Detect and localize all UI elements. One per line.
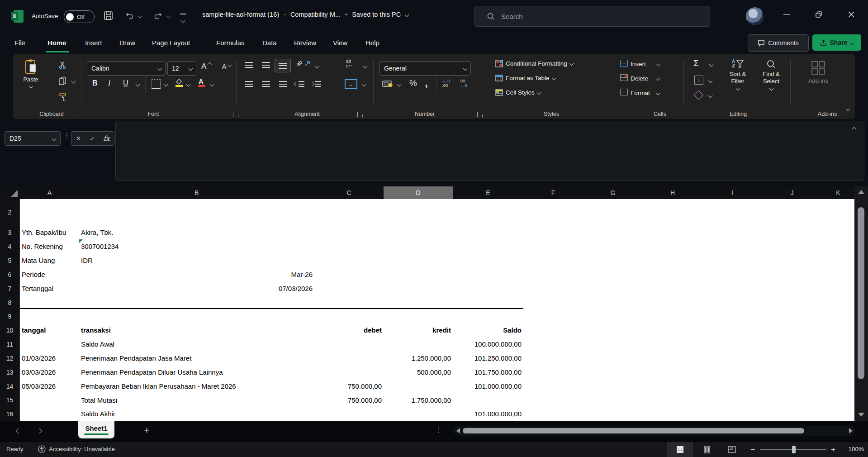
cell-B12[interactable]: Penerimaan Pendapatan Jasa Maret (81, 351, 307, 365)
cell-A4[interactable]: No. Rekening (22, 239, 79, 253)
tab-file[interactable]: File (14, 37, 26, 48)
accounting-dropdown-icon[interactable] (397, 82, 402, 87)
row-header-8[interactable]: 8 (0, 295, 20, 310)
undo-dropdown-icon[interactable] (138, 14, 142, 19)
cell-B11[interactable]: Saldo Awal (81, 337, 307, 351)
namebox-splitter-icon[interactable]: ⋮ (64, 132, 70, 139)
search-input[interactable]: Search (474, 6, 710, 27)
format-painter-icon[interactable] (58, 93, 67, 101)
zoom-slider-thumb[interactable] (792, 446, 796, 453)
paste-button[interactable]: Paste (18, 59, 44, 88)
row-header-4[interactable]: 4 (0, 239, 20, 254)
align-bottom-icon[interactable] (275, 59, 291, 72)
select-all-corner[interactable] (0, 186, 20, 200)
font-dialog-launcher-icon[interactable] (233, 112, 238, 117)
zoom-level[interactable]: 100% (842, 446, 864, 452)
column-header-j[interactable]: J (762, 186, 822, 200)
clear-dropdown-icon[interactable] (708, 94, 713, 98)
format-cells-button[interactable]: Format (620, 89, 659, 97)
accessibility-status[interactable]: Accessibility: Unavailable (49, 446, 115, 452)
accounting-format-icon[interactable] (382, 80, 393, 87)
italic-button[interactable]: I (108, 79, 110, 87)
addins-button[interactable]: Add-ins (800, 60, 836, 84)
insert-function-icon[interactable]: fx (104, 134, 110, 143)
increase-decimal-icon[interactable]: ←.0.00 (442, 79, 450, 88)
cell-E16[interactable]: 101.000.000,00 (455, 407, 522, 421)
error-indicator-triangle[interactable] (79, 239, 83, 243)
cell-A6[interactable]: Periode (22, 267, 79, 281)
saved-status-dropdown-icon[interactable] (405, 12, 409, 17)
formula-input[interactable] (115, 121, 864, 181)
number-dialog-launcher-icon[interactable] (477, 112, 482, 117)
cell-D10[interactable]: kredit (385, 323, 451, 337)
cell-A7[interactable]: Tertanggal (22, 281, 79, 295)
underline-dropdown-icon[interactable] (136, 82, 140, 87)
minimize-button[interactable] (776, 0, 797, 29)
scroll-left-icon[interactable] (456, 428, 460, 433)
confirm-entry-icon[interactable]: ✓ (90, 135, 95, 142)
quick-access-toolbar-icon[interactable] (180, 14, 186, 24)
cell-C10[interactable]: debet (316, 323, 382, 337)
tab-formulas[interactable]: Formulas (215, 37, 246, 48)
tab-insert[interactable]: Insert (84, 37, 103, 48)
align-middle-icon[interactable] (262, 62, 270, 68)
row-header-5[interactable]: 5 (0, 253, 20, 268)
copy-icon[interactable] (58, 76, 66, 86)
font-color-icon[interactable]: A (199, 77, 204, 85)
column-header-h[interactable]: H (643, 186, 703, 200)
column-header-a[interactable]: A (20, 186, 80, 200)
row-header-16[interactable]: 16 (0, 407, 20, 421)
cell-B13[interactable]: Penerimaan Pendapatan Diluar Usaha Lainn… (81, 365, 307, 379)
row-header-9[interactable]: 9 (0, 309, 20, 324)
cell-C15[interactable]: 750.000,00 (316, 393, 382, 407)
tab-page-layout[interactable]: Page Layout (151, 37, 191, 48)
cell-E10[interactable]: Saldo (455, 323, 522, 337)
scroll-right-icon[interactable] (849, 428, 853, 433)
decrease-decimal-icon[interactable]: .00→.0 (459, 79, 467, 88)
row-header-14[interactable]: 14 (0, 379, 20, 394)
scroll-down-icon[interactable] (858, 413, 864, 417)
close-button[interactable] (841, 0, 862, 29)
grow-font-icon[interactable]: A (201, 62, 211, 71)
cell-C14[interactable]: 750.000,00 (316, 379, 382, 393)
cell-A10[interactable]: tanggal (22, 323, 79, 337)
vertical-scrollbar[interactable] (854, 186, 868, 421)
borders-dropdown-icon[interactable] (164, 82, 168, 87)
zoom-in-icon[interactable]: + (828, 442, 839, 457)
orientation-icon[interactable]: ab (296, 60, 310, 67)
merge-center-dropdown-icon[interactable] (362, 82, 366, 87)
column-header-d[interactable]: D (384, 186, 453, 200)
borders-icon[interactable] (152, 79, 161, 89)
alignment-dialog-launcher-icon[interactable] (357, 112, 362, 117)
autosum-dropdown-icon[interactable] (709, 62, 714, 67)
page-layout-view-button[interactable] (697, 442, 717, 457)
cell-B16[interactable]: Saldo Akhir (81, 407, 307, 421)
cell-D15[interactable]: 1.750.000,00 (385, 393, 451, 407)
cell-styles-button[interactable]: Cell Styles (495, 89, 541, 96)
increase-indent-icon[interactable] (311, 81, 321, 87)
tab-view[interactable]: View (332, 37, 348, 48)
cell-B7[interactable]: 07/03/2026 (81, 281, 313, 295)
column-header-f[interactable]: F (523, 186, 583, 200)
wrap-text-dropdown-icon[interactable] (363, 64, 368, 69)
redo-dropdown-icon[interactable] (166, 14, 171, 19)
collapse-formula-bar-icon[interactable] (852, 127, 857, 132)
shrink-font-icon[interactable]: A (222, 63, 231, 70)
cell-B6[interactable]: Mar-26 (81, 267, 313, 281)
cell-B5[interactable]: IDR (81, 253, 307, 267)
row-header-3[interactable]: 3 (0, 225, 20, 240)
bold-button[interactable]: B (92, 79, 98, 87)
column-header-c[interactable]: C (314, 186, 384, 200)
saved-status[interactable]: Saved to this PC (352, 11, 401, 18)
comma-style-icon[interactable]: , (425, 76, 428, 90)
document-title[interactable]: sample-file-aol-format (16) - Compatibil… (202, 11, 408, 18)
share-button[interactable]: Share (812, 34, 861, 51)
cell-B4[interactable]: 3007001234 (81, 239, 307, 253)
cell-D12[interactable]: 1.250.000,00 (385, 351, 451, 365)
comments-button[interactable]: Comments (748, 34, 809, 52)
cell-E13[interactable]: 101.750.000,00 (455, 365, 522, 379)
scrollbar-splitter-icon[interactable]: ⋮ (435, 426, 442, 434)
cell-A3[interactable]: Yth. Bapak/Ibu (22, 225, 79, 239)
excel-logo-icon[interactable]: X (11, 10, 24, 23)
autosum-icon[interactable]: Σ (693, 58, 699, 68)
